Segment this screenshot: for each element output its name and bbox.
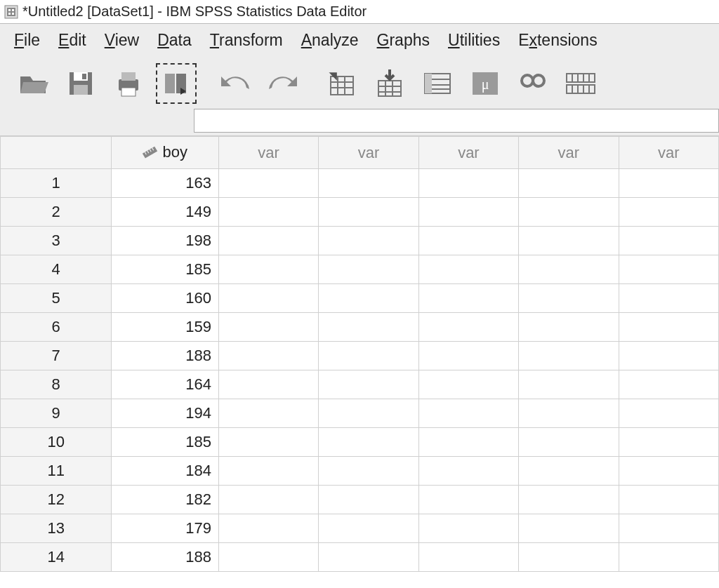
cell[interactable] xyxy=(619,169,718,198)
cell[interactable] xyxy=(619,342,718,370)
row-header-corner[interactable] xyxy=(1,137,112,169)
row-number[interactable]: 12 xyxy=(1,486,112,514)
cell[interactable] xyxy=(218,543,318,572)
redo-icon[interactable] xyxy=(263,63,303,104)
cell[interactable] xyxy=(418,457,518,486)
cell[interactable] xyxy=(519,227,619,255)
cell[interactable] xyxy=(319,198,418,227)
cell[interactable]: 164 xyxy=(112,370,218,399)
cell[interactable]: 198 xyxy=(112,227,218,255)
cell[interactable] xyxy=(218,255,318,284)
cell[interactable] xyxy=(519,284,619,313)
column-header-empty[interactable]: var xyxy=(519,137,619,169)
variables-icon[interactable] xyxy=(417,63,458,104)
cell[interactable] xyxy=(619,313,718,342)
cell[interactable] xyxy=(619,514,718,543)
cell[interactable] xyxy=(218,428,318,457)
recall-dialog-icon[interactable] xyxy=(156,63,197,104)
cell[interactable] xyxy=(218,198,318,227)
row-number[interactable]: 11 xyxy=(1,457,112,486)
cell[interactable] xyxy=(319,543,418,572)
cell[interactable] xyxy=(319,227,418,255)
cell[interactable] xyxy=(319,457,418,486)
cell[interactable]: 185 xyxy=(112,428,218,457)
cell[interactable] xyxy=(619,399,718,428)
cell[interactable] xyxy=(519,428,619,457)
cell[interactable] xyxy=(418,313,518,342)
cell[interactable] xyxy=(418,370,518,399)
cell[interactable] xyxy=(418,342,518,370)
cell-editor-input[interactable] xyxy=(194,109,719,133)
cell[interactable] xyxy=(218,486,318,514)
cell[interactable] xyxy=(218,313,318,342)
menu-edit[interactable]: Edit xyxy=(58,31,86,50)
cell[interactable] xyxy=(519,486,619,514)
cell[interactable] xyxy=(619,486,718,514)
open-icon[interactable] xyxy=(13,63,53,104)
print-icon[interactable] xyxy=(108,63,149,104)
cell[interactable]: 159 xyxy=(112,313,218,342)
menu-analyze[interactable]: Analyze xyxy=(301,31,359,50)
cell[interactable] xyxy=(319,169,418,198)
cell[interactable]: 184 xyxy=(112,457,218,486)
cell[interactable] xyxy=(619,255,718,284)
column-header-empty[interactable]: var xyxy=(418,137,518,169)
cell[interactable] xyxy=(319,284,418,313)
cell[interactable] xyxy=(418,169,518,198)
row-number[interactable]: 7 xyxy=(1,342,112,370)
menu-view[interactable]: View xyxy=(105,31,139,50)
cell[interactable]: 182 xyxy=(112,486,218,514)
cell[interactable] xyxy=(418,399,518,428)
cell[interactable] xyxy=(418,255,518,284)
goto-case-icon[interactable] xyxy=(322,63,362,104)
cell[interactable] xyxy=(218,370,318,399)
cell[interactable] xyxy=(519,313,619,342)
cell[interactable] xyxy=(619,370,718,399)
cell[interactable] xyxy=(418,198,518,227)
cell[interactable] xyxy=(319,486,418,514)
cell[interactable] xyxy=(418,227,518,255)
cell[interactable] xyxy=(418,486,518,514)
cell[interactable] xyxy=(319,255,418,284)
cell[interactable] xyxy=(619,457,718,486)
cell[interactable]: 188 xyxy=(112,342,218,370)
cell[interactable] xyxy=(619,284,718,313)
cell[interactable] xyxy=(218,284,318,313)
cell[interactable] xyxy=(319,514,418,543)
cell[interactable]: 160 xyxy=(112,284,218,313)
row-number[interactable]: 2 xyxy=(1,198,112,227)
cell[interactable] xyxy=(218,227,318,255)
row-number[interactable]: 14 xyxy=(1,543,112,572)
cell[interactable]: 163 xyxy=(112,169,218,198)
data-grid[interactable]: boyvarvarvarvarvar 116321493198418551606… xyxy=(0,135,719,572)
cell[interactable] xyxy=(519,169,619,198)
row-number[interactable]: 10 xyxy=(1,428,112,457)
run-descriptives-icon[interactable] xyxy=(465,63,506,104)
cell[interactable] xyxy=(418,514,518,543)
row-number[interactable]: 1 xyxy=(1,169,112,198)
row-number[interactable]: 5 xyxy=(1,284,112,313)
cell[interactable] xyxy=(218,457,318,486)
row-number[interactable]: 4 xyxy=(1,255,112,284)
column-header-empty[interactable]: var xyxy=(619,137,718,169)
cell[interactable] xyxy=(519,399,619,428)
cell[interactable] xyxy=(418,543,518,572)
cell[interactable] xyxy=(418,428,518,457)
goto-variable-icon[interactable] xyxy=(369,63,410,104)
cell[interactable] xyxy=(218,169,318,198)
undo-icon[interactable] xyxy=(215,63,256,104)
find-icon[interactable] xyxy=(513,63,553,104)
row-number[interactable]: 6 xyxy=(1,313,112,342)
cell[interactable] xyxy=(519,370,619,399)
row-number[interactable]: 9 xyxy=(1,399,112,428)
menu-utilities[interactable]: Utilities xyxy=(448,31,500,50)
cell[interactable]: 185 xyxy=(112,255,218,284)
cell[interactable]: 188 xyxy=(112,543,218,572)
cell[interactable] xyxy=(218,399,318,428)
menu-data[interactable]: Data xyxy=(157,31,192,50)
menu-extensions[interactable]: Extensions xyxy=(518,31,598,50)
split-file-icon[interactable] xyxy=(560,63,601,104)
column-header-empty[interactable]: var xyxy=(218,137,318,169)
cell[interactable] xyxy=(319,342,418,370)
menu-graphs[interactable]: Graphs xyxy=(377,31,430,50)
